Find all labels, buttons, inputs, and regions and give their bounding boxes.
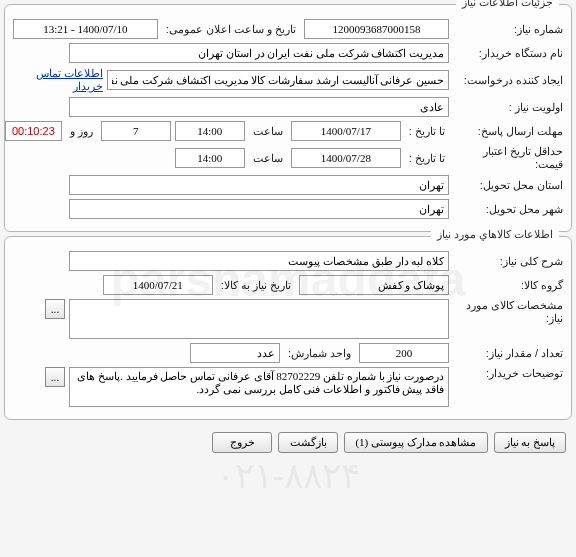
label-buyer-org: نام دستگاه خریدار: — [453, 47, 563, 60]
label-province: استان محل تحویل: — [453, 179, 563, 192]
label-todate-1: تا تاریخ : — [405, 125, 449, 138]
label-city: شهر محل تحویل: — [453, 203, 563, 216]
label-requester: ایجاد کننده درخواست: — [453, 74, 563, 87]
panel-title-goods: اطلاعات کالاهاي مورد نياز — [431, 228, 559, 241]
goods-spec-field[interactable] — [69, 299, 449, 339]
valid-date-field[interactable] — [291, 148, 401, 168]
label-need-number: شماره نیاز: — [453, 23, 563, 36]
province-field[interactable] — [69, 175, 449, 195]
unit-field[interactable] — [190, 343, 280, 363]
valid-hour-field[interactable] — [175, 148, 245, 168]
label-min-valid: حداقل تاریخ اعتبار قیمت: — [453, 145, 563, 171]
label-unit: واحد شمارش: — [284, 347, 355, 360]
label-hour-1: ساعت — [249, 125, 287, 138]
need-details-panel: جزئیات اطلاعات نیاز شماره نیاز: تاریخ و … — [4, 4, 572, 232]
label-hour-2: ساعت — [249, 152, 287, 165]
countdown-timer: 00:10:23 — [5, 121, 62, 141]
reply-button[interactable]: پاسخ به نیاز — [494, 432, 567, 453]
contact-info-link[interactable]: اطلاعات تماس خریدار — [13, 67, 103, 93]
label-todate-2: تا تاریخ : — [405, 152, 449, 165]
requester-field[interactable] — [107, 70, 449, 90]
label-announce-dt: تاریخ و ساعت اعلان عمومی: — [162, 23, 300, 36]
label-day-and: روز و — [66, 125, 97, 138]
city-field[interactable] — [69, 199, 449, 219]
watermark-phone: ۰۲۱-۸۸۲۴ — [216, 455, 361, 497]
back-button[interactable]: بازگشت — [278, 432, 338, 453]
qty-field[interactable] — [359, 343, 449, 363]
reply-hour-field[interactable] — [175, 121, 245, 141]
spec-more-button[interactable]: ... — [45, 299, 65, 319]
buyer-notes-field[interactable] — [69, 367, 449, 407]
label-priority: اولویت نیاز : — [453, 101, 563, 114]
label-general-desc: شرح کلی نیاز: — [453, 255, 563, 268]
action-bar: پاسخ به نیاز مشاهده مدارک پیوستی (1) باز… — [0, 424, 576, 461]
goods-info-panel: اطلاعات کالاهاي مورد نياز شرح کلی نیاز: … — [4, 236, 572, 420]
reply-date-field[interactable] — [291, 121, 401, 141]
label-goods-group: گروه کالا: — [453, 279, 563, 292]
need-date-field[interactable] — [103, 275, 213, 295]
need-number-field[interactable] — [304, 19, 449, 39]
notes-more-button[interactable]: ... — [45, 367, 65, 387]
priority-field[interactable] — [69, 97, 449, 117]
label-need-date: تاریخ نیاز به کالا: — [217, 279, 295, 292]
label-buyer-notes: توضیحات خریدار: — [453, 367, 563, 380]
label-goods-spec: مشخصات کالای مورد نیاز: — [453, 299, 563, 325]
announce-dt-field[interactable] — [13, 19, 158, 39]
buyer-org-field[interactable] — [69, 43, 449, 63]
goods-group-field[interactable] — [299, 275, 449, 295]
view-attachments-button[interactable]: مشاهده مدارک پیوستی (1) — [344, 432, 487, 453]
panel-title-need: جزئیات اطلاعات نیاز — [456, 0, 559, 9]
label-remain: ساعت باقی مانده — [0, 125, 1, 138]
general-desc-field[interactable] — [69, 251, 449, 271]
exit-button[interactable]: خروج — [212, 432, 272, 453]
label-qty: تعداد / مقدار نیاز: — [453, 347, 563, 360]
label-reply-deadline: مهلت ارسال پاسخ: — [453, 125, 563, 138]
remain-days-field — [101, 121, 171, 141]
